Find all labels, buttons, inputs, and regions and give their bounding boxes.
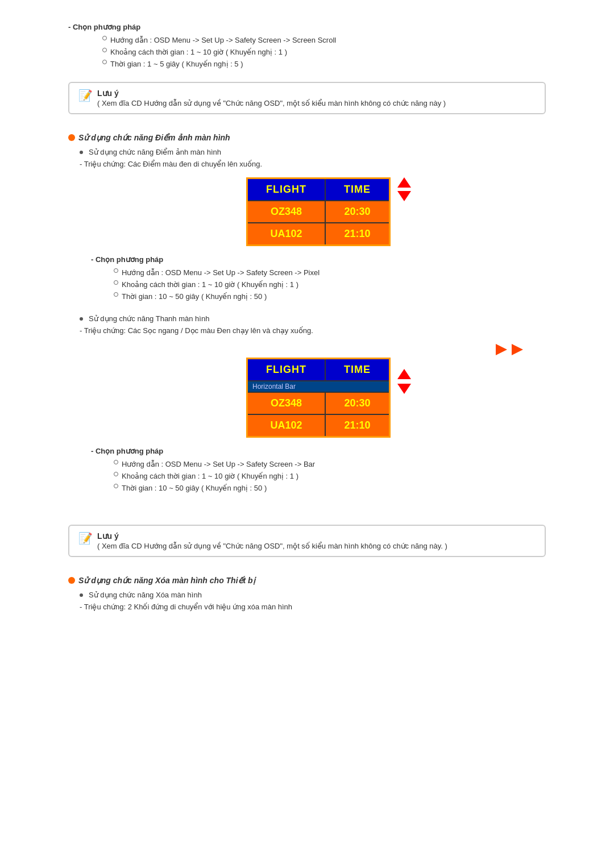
bar-table-row-2: UA102 21:10 <box>247 414 390 437</box>
bar-arrows-top <box>496 344 523 355</box>
section2-title: Sử dụng chức năng Điểm ảnh màn hình <box>78 133 230 142</box>
bar-table-header-flight: FLIGHT <box>247 359 326 381</box>
bullet1-row: Sử dụng chức năng Điểm ảnh màn hình <box>80 148 546 156</box>
method2-item-2: Khoảng cách thời gian : 1 ~ 10 giờ ( Khu… <box>114 280 546 289</box>
note-content-2: Lưu ý ( Xem đĩa CD Hướng dẫn sử dụng về … <box>97 531 447 550</box>
flight-table-1-header-flight: FLIGHT <box>247 178 326 201</box>
flight-table-1-cell-oz348: OZ348 <box>247 201 326 223</box>
bar-table-horiz-bar: Horizontal Bar <box>247 381 390 392</box>
choose-method-label-1: - Chọn phương pháp <box>68 23 546 31</box>
section-choose-method-1: - Chọn phương pháp Hướng dẫn : OSD Menu … <box>68 23 546 68</box>
method-items-2: Hướng dẫn : OSD Menu -> Set Up -> Safety… <box>102 268 546 301</box>
orange-bullet-icon <box>68 134 75 141</box>
note-box-1: 📝 Lưu ý ( Xem đĩa CD Hướng dẫn sử dụng v… <box>68 82 546 114</box>
orange-bullet-icon-3 <box>68 577 75 584</box>
flight-table-1-header-time: TIME <box>325 178 390 201</box>
section3-content: Sử dụng chức năng Xóa màn hình - Triệu c… <box>68 591 546 611</box>
bar-table-horiz-row: Horizontal Bar <box>247 381 390 392</box>
method-items-3: Hướng dẫn : OSD Menu -> Set Up -> Safety… <box>102 460 546 492</box>
method3-item-3: Thời gian : 10 ~ 50 giây ( Khuyến nghị :… <box>114 484 546 492</box>
note-icon-1: 📝 <box>78 89 93 102</box>
choose-method-2-label: - Chọn phương pháp <box>91 255 546 264</box>
circle-bullet-icon-6 <box>114 472 118 476</box>
method-item-1-3: Thời gian : 1 ~ 5 giây ( Khuyến nghị : 5… <box>102 60 546 68</box>
note-icon-2: 📝 <box>78 531 93 545</box>
choose-method-3-label: - Chọn phương pháp <box>91 447 546 455</box>
arrow-up-icon-2 <box>397 369 411 379</box>
bar-table-cell-2030: 20:30 <box>325 392 390 414</box>
circle-bullet-icon-3 <box>114 280 118 285</box>
method3-item-1: Hướng dẫn : OSD Menu -> Set Up -> Safety… <box>114 460 546 468</box>
arrow-down-icon-1 <box>397 191 411 201</box>
method-items-1: Hướng dẫn : OSD Menu -> Set Up -> Safety… <box>91 36 546 68</box>
note-title-1: Lưu ý <box>97 89 446 98</box>
arrow-right-icon-2 <box>512 344 523 355</box>
section3-bullet1-row: Sử dụng chức năng Xóa màn hình <box>80 591 546 599</box>
section3-symptom-label: - Triệu chứng: 2 Khối đứng di chuyển với… <box>80 603 546 611</box>
bar-table-cell-2110: 21:10 <box>325 414 390 437</box>
flight-table-1: FLIGHT TIME OZ348 20:30 UA102 21:10 <box>246 177 391 246</box>
bar-table-cell-ua102: UA102 <box>247 414 326 437</box>
note-text-1: ( Xem đĩa CD Hướng dẫn sử dụng về "Chức … <box>97 99 446 107</box>
flight-table-1-row-1: OZ348 20:30 <box>247 201 390 223</box>
section2-header: Sử dụng chức năng Điểm ảnh màn hình <box>68 133 546 142</box>
flight-table-1-row-2: UA102 21:10 <box>247 223 390 246</box>
bar-side-arrows <box>397 369 411 394</box>
note-box-2: 📝 Lưu ý ( Xem đĩa CD Hướng dẫn sử dụng v… <box>68 525 546 557</box>
arrow-right-icon-1 <box>496 344 507 355</box>
note-text-2: ( Xem đĩa CD Hướng dẫn sử dụng về "Chức … <box>97 542 447 550</box>
flight-table-1-wrap: FLIGHT TIME OZ348 20:30 UA102 21:10 <box>91 177 546 246</box>
section2-bullet1: Sử dụng chức năng Điểm ảnh màn hình - Tr… <box>68 148 546 301</box>
method-item-1-1: Hướng dẫn : OSD Menu -> Set Up -> Safety… <box>102 36 546 44</box>
method-item-1-2: Khoảng cách thời gian : 1 ~ 10 giờ ( Khu… <box>102 48 546 56</box>
symptom1-label: - Triệu chứng: Các Điểm màu đen di chuyể… <box>80 160 546 168</box>
bar-table-row-1: OZ348 20:30 <box>247 392 390 414</box>
method2-item-1: Hướng dẫn : OSD Menu -> Set Up -> Safety… <box>114 268 546 277</box>
note-title-2: Lưu ý <box>97 531 447 541</box>
section3-header: Sử dụng chức năng Xóa màn hình cho Thiết… <box>68 576 546 585</box>
bar-table-container: FLIGHT TIME Horizontal Bar OZ348 20:30 U… <box>246 358 391 438</box>
circle-bullet-icon <box>102 48 107 52</box>
circle-bullet-icon <box>102 60 107 64</box>
flight-table-1-cell-ua102: UA102 <box>247 223 326 246</box>
arrow-down-icon-2 <box>397 384 411 394</box>
section3-title: Sử dụng chức năng Xóa màn hình cho Thiết… <box>78 576 255 585</box>
circle-bullet-icon-2 <box>114 268 118 273</box>
note-content-1: Lưu ý ( Xem đĩa CD Hướng dẫn sử dụng về … <box>97 89 446 107</box>
circle-bullet-icon <box>102 36 107 40</box>
bullet-dot-icon <box>80 151 83 154</box>
arrow-up-icon-1 <box>397 177 411 188</box>
bullet2-text: Sử dụng chức năng Thanh màn hình <box>89 314 209 323</box>
flight-table-1-container: FLIGHT TIME OZ348 20:30 UA102 21:10 <box>246 177 391 246</box>
flight-table-1-cell-2110: 21:10 <box>325 223 390 246</box>
bar-table-header-time: TIME <box>325 359 390 381</box>
method3-item-2: Khoảng cách thời gian : 1 ~ 10 giờ ( Khu… <box>114 472 546 480</box>
bar-table-cell-oz348: OZ348 <box>247 392 326 414</box>
bullet-dot-icon-3 <box>80 593 83 597</box>
method2-item-3: Thời gian : 10 ~ 50 giây ( Khuyến nghị :… <box>114 292 546 301</box>
bar-table: FLIGHT TIME Horizontal Bar OZ348 20:30 U… <box>246 358 391 438</box>
scroll-arrows-1 <box>397 177 411 201</box>
bullet1-text: Sử dụng chức năng Điểm ảnh màn hình <box>89 148 221 156</box>
circle-bullet-icon-4 <box>114 292 118 297</box>
section2-bullet2: Sử dụng chức năng Thanh màn hình - Triệu… <box>68 314 546 492</box>
flight-table-1-cell-2030: 20:30 <box>325 201 390 223</box>
bullet-dot-icon-2 <box>80 317 83 321</box>
circle-bullet-icon-7 <box>114 484 118 488</box>
bullet2-row: Sử dụng chức năng Thanh màn hình <box>80 314 546 323</box>
circle-bullet-icon-5 <box>114 460 118 464</box>
section3-bullet1-text: Sử dụng chức năng Xóa màn hình <box>89 591 202 599</box>
symptom2-label: - Triệu chứng: Các Sọc ngang / Dọc màu Đ… <box>80 326 546 335</box>
bar-table-wrap: FLIGHT TIME Horizontal Bar OZ348 20:30 U… <box>91 344 546 438</box>
